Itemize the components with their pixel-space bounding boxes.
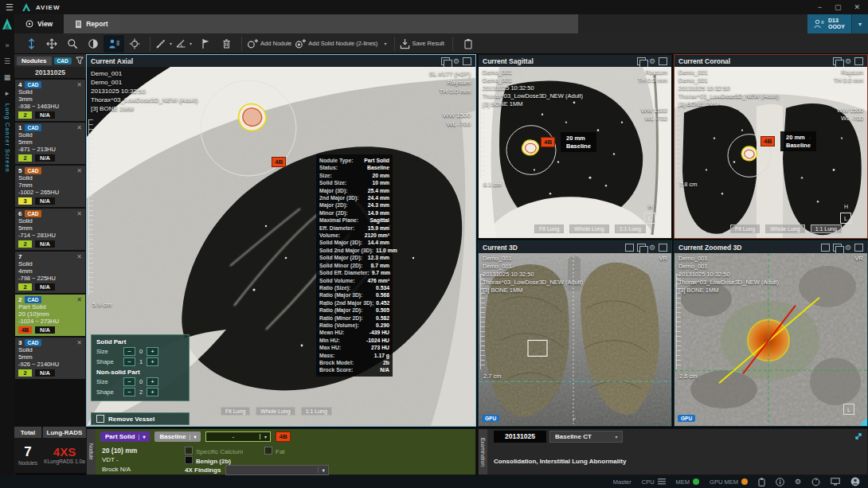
- settings-gear-icon[interactable]: ⚙: [845, 58, 851, 64]
- fat-checkbox[interactable]: [264, 447, 272, 455]
- rail-module-label[interactable]: Lung Cancer Screen: [4, 103, 11, 173]
- nodule-status-dropdown[interactable]: Baseline|▾: [154, 431, 201, 442]
- add-solid-nodule-button[interactable]: Add Solid Nodule (2-lines)▾: [295, 38, 389, 49]
- view-preset-button[interactable]: Fit Lung: [730, 224, 760, 233]
- minimize-button[interactable]: −: [818, 3, 822, 11]
- maximize-panel-icon[interactable]: [463, 57, 471, 65]
- view-preset-button[interactable]: 1:1 Lung: [811, 224, 842, 233]
- examination-date-tab[interactable]: 20131025: [494, 431, 546, 443]
- specific-calcium-checkbox[interactable]: [185, 447, 193, 455]
- solid-size-minus-button[interactable]: −: [123, 347, 135, 356]
- rail-expand-icon[interactable]: »: [0, 41, 14, 49]
- maximize-panel-icon[interactable]: [854, 244, 863, 252]
- clipboard-report-button[interactable]: [458, 35, 479, 53]
- save-result-button[interactable]: Save Result: [400, 38, 447, 49]
- resize-handle-icon[interactable]: [859, 418, 867, 426]
- nodule-list-item[interactable]: 2 CAD ✕ Part Solid 20 (10)mm -1024 ~ 273…: [15, 295, 85, 336]
- view-preset-button[interactable]: Whole Lung: [765, 224, 804, 233]
- annotation-flag-tool-button[interactable]: [195, 35, 216, 53]
- nodule-list-item[interactable]: 6 CAD ✕ Solid 5mm -714 ~ 281HU 2 N/A: [15, 209, 85, 250]
- view-preset-button[interactable]: Fit Lung: [221, 407, 250, 416]
- tab-view[interactable]: View: [14, 14, 64, 33]
- nonsolid-shape-minus-button[interactable]: −: [123, 388, 135, 396]
- angle-dropdown-chevron-icon[interactable]: ▾: [190, 41, 192, 46]
- close-button[interactable]: ✕: [854, 3, 860, 11]
- remove-vessel-checkbox[interactable]: [96, 415, 104, 423]
- 3d-image-area[interactable]: Demo_001Demo_00120131025 10:32:50Thorax^…: [479, 253, 671, 426]
- nodule-list-item[interactable]: 3 CAD ✕ Solid 5mm -926 ~ 2140HU 2 N/A: [15, 338, 85, 379]
- view-preset-button[interactable]: Fit Lung: [534, 224, 564, 233]
- examination-panel-tab[interactable]: Examination: [479, 429, 487, 474]
- pan-tool-button[interactable]: [41, 35, 62, 53]
- nodule-close-icon[interactable]: ✕: [76, 167, 82, 174]
- nodule-list-item[interactable]: 1 CAD ✕ Solid 5mm -871 ~ 213HU 2 N/A: [15, 123, 85, 164]
- filter-funnel-icon[interactable]: [76, 57, 84, 64]
- nodule-close-icon[interactable]: ✕: [76, 124, 82, 131]
- sagittal-nodule-badge[interactable]: 4B: [541, 137, 555, 147]
- navigate-tool-button[interactable]: [21, 35, 41, 53]
- patient-dropdown-chevron-icon[interactable]: ▾: [851, 14, 868, 33]
- settings-gear-icon[interactable]: ⚙: [649, 244, 655, 251]
- zoom-tool-button[interactable]: [62, 35, 83, 53]
- nodule-compare-select[interactable]: -▾: [205, 431, 271, 442]
- settings-gear-icon[interactable]: ⚙: [845, 244, 851, 251]
- sagittal-image-area[interactable]: Demo_001Demo_00120131025 10:32:50Thorax^…: [479, 67, 671, 238]
- maximize-panel-icon[interactable]: [659, 244, 667, 252]
- findings-select[interactable]: ▾: [225, 465, 329, 475]
- info-icon[interactable]: [776, 478, 784, 486]
- benign-option[interactable]: Benign (2b): [185, 456, 231, 465]
- clipboard-status-icon[interactable]: [758, 478, 765, 486]
- tab-report[interactable]: Report: [64, 14, 119, 33]
- zoomed-3d-image-area[interactable]: Demo_001Demo_00120131025 10:32:50Thorax^…: [674, 253, 867, 426]
- view-preset-button[interactable]: Whole Lung: [569, 224, 608, 233]
- settings-gear-icon[interactable]: ⚙: [649, 58, 655, 64]
- copy-icon[interactable]: [833, 57, 842, 65]
- copy-icon[interactable]: [833, 244, 842, 252]
- ruler-tool-button[interactable]: ▾: [155, 38, 175, 49]
- settings-gear-icon[interactable]: ⚙: [453, 58, 459, 64]
- monitor-icon[interactable]: [831, 478, 840, 486]
- crosshair-tool-button[interactable]: [124, 35, 145, 53]
- axial-image-area[interactable]: Demo_001Demo_00120131025 10:32:50Thorax^…: [87, 67, 475, 426]
- settings-gear-icon[interactable]: ⚙: [795, 478, 801, 486]
- nodule-list-item[interactable]: 4 CAD ✕ Solid 3mm -938 ~ 1463HU 2 N/A: [15, 80, 85, 121]
- rail-grid-icon[interactable]: ▦: [0, 73, 14, 81]
- layout-icon[interactable]: [821, 244, 830, 252]
- view-preset-button[interactable]: Whole Lung: [256, 407, 295, 416]
- copy-icon[interactable]: [441, 57, 450, 65]
- expand-panel-icon[interactable]: [854, 431, 863, 441]
- coronal-nodule-badge[interactable]: 4B: [760, 136, 775, 146]
- cad-filter-badge[interactable]: CAD: [54, 57, 72, 64]
- nodule-list-item[interactable]: 7 ✕ Solid 4mm -798 ~ 225HU 2 N/A: [15, 252, 85, 293]
- nonsolid-shape-plus-button[interactable]: +: [147, 388, 158, 396]
- add-nodule-button[interactable]: Add Nodule: [247, 38, 295, 49]
- study-date-row[interactable]: 20131025: [14, 67, 86, 78]
- nodule-close-icon[interactable]: ✕: [76, 339, 82, 346]
- window-level-tool-button[interactable]: [83, 35, 104, 53]
- add-solid-dropdown-chevron-icon[interactable]: ▾: [384, 41, 386, 46]
- layout-icon[interactable]: [625, 244, 634, 252]
- rail-arrow-icon[interactable]: ▸: [0, 89, 14, 97]
- hamburger-menu-icon[interactable]: ☰: [6, 2, 14, 13]
- maximize-panel-icon[interactable]: [854, 57, 863, 65]
- view-preset-button[interactable]: 1:1 Lung: [615, 224, 646, 233]
- delete-tool-button[interactable]: [216, 35, 237, 53]
- benign-checkbox[interactable]: [185, 456, 193, 464]
- angle-tool-button[interactable]: ▾: [175, 38, 195, 49]
- axial-nodule-badge[interactable]: 4B: [272, 157, 286, 167]
- view-preset-button[interactable]: 1:1 Lung: [301, 407, 332, 416]
- cad-findings-tool-button[interactable]: [104, 35, 124, 53]
- fat-option[interactable]: Fat: [264, 447, 285, 455]
- specific-calcium-option[interactable]: Specific Calcium: [185, 447, 243, 455]
- maximize-button[interactable]: ▢: [835, 3, 842, 11]
- solid-shape-plus-button[interactable]: +: [147, 357, 158, 366]
- nodule-panel-tab[interactable]: Nodule: [87, 429, 96, 474]
- sync-icon[interactable]: [811, 478, 820, 486]
- copy-icon[interactable]: [637, 57, 646, 65]
- rail-menu-icon[interactable]: ☰: [0, 57, 14, 65]
- nodule-close-icon[interactable]: ✕: [76, 81, 82, 88]
- examination-ct-select[interactable]: Baseline CT▾: [549, 431, 623, 443]
- ruler-dropdown-chevron-icon[interactable]: ▾: [170, 41, 172, 46]
- nonsolid-size-minus-button[interactable]: −: [123, 377, 135, 386]
- nodule-close-icon[interactable]: ✕: [76, 210, 82, 217]
